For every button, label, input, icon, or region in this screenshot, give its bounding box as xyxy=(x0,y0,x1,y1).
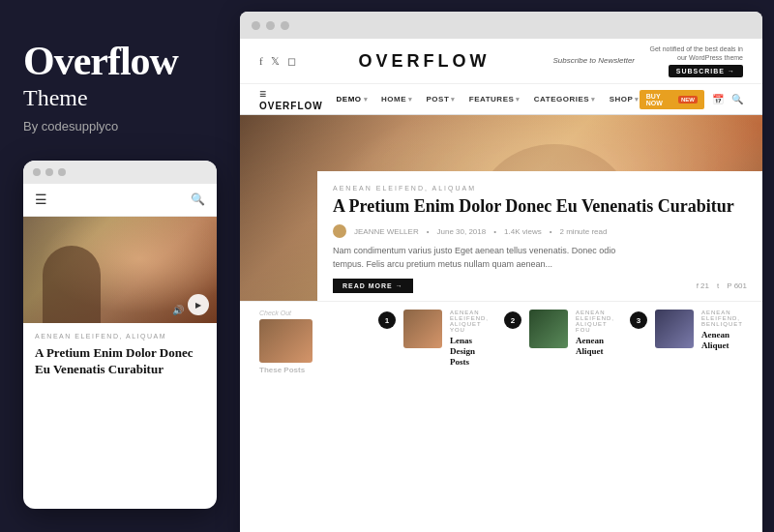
nav-item-demo[interactable]: DEMO▾ xyxy=(337,95,369,103)
thumb-image-1 xyxy=(259,319,313,363)
thumb-image-3 xyxy=(529,310,568,348)
chevron-down-icon: ▾ xyxy=(408,96,413,103)
mobile-dot-3 xyxy=(58,168,66,176)
browser-content: f 𝕏 ◻ OVERFLOW Subscribe to Newsletter G… xyxy=(240,39,762,532)
author-avatar xyxy=(333,224,346,238)
buy-now-button[interactable]: BUY NOW NEW xyxy=(640,90,704,109)
get-notified-text: Get notified of the best deals in our Wo… xyxy=(646,44,743,62)
chevron-down-icon: ▾ xyxy=(364,96,369,103)
thumb-category-2: AENEAN ELEIFEND, ALIQUET FOU xyxy=(576,310,614,333)
facebook-icon[interactable]: f xyxy=(259,55,263,67)
mobile-play-button[interactable]: ▶ xyxy=(188,294,209,315)
thumb-title-1: Lenas Design Posts xyxy=(450,336,489,367)
nav-item-shop[interactable]: SHOP▾ xyxy=(610,95,640,103)
article-views: 1.4K views xyxy=(504,227,542,236)
thumb-text-1: AENEAN ELEIFEND, ALIQUET YOU Lenas Desig… xyxy=(450,310,489,367)
desktop-top-bar: f 𝕏 ◻ OVERFLOW Subscribe to Newsletter G… xyxy=(240,39,762,84)
thumb-title-3: Aenean Aliquet xyxy=(701,330,743,351)
mobile-title-bar xyxy=(23,161,217,184)
chevron-down-icon: ▾ xyxy=(516,96,521,103)
thumb-title-2: Aenean Aliquet xyxy=(576,336,614,357)
thumb-number-1: 1 xyxy=(378,311,396,329)
twitter-share[interactable]: t xyxy=(717,281,719,290)
thumb-image-2 xyxy=(403,310,442,348)
article-footer: READ MORE → f 21 t P 601 xyxy=(333,279,747,293)
thumb-number-3: 3 xyxy=(630,311,647,329)
social-icons: f 𝕏 ◻ xyxy=(259,55,296,68)
article-social: f 21 t P 601 xyxy=(697,281,747,290)
article-card: AENEAN ELEIFEND, ALIQUAM A Pretium Enim … xyxy=(317,171,762,302)
calendar-icon[interactable]: 📅 xyxy=(712,94,724,104)
thumb-item-featured: Check Out These Posts xyxy=(259,310,363,375)
browser-dot-3 xyxy=(281,21,289,30)
article-meta: JEANNE WELLER • June 30, 2018 • 1.4K vie… xyxy=(333,224,747,238)
thumb-text-3: AENEAN ELEIFEND, BENLIQUET Aenean Alique… xyxy=(701,310,743,351)
mobile-article-title: A Pretium Enim Dolor Donec Eu Venenatis … xyxy=(35,345,205,378)
bottom-thumbnail-strip: Check Out These Posts 1 AENEAN ELEIFEND,… xyxy=(240,301,762,383)
article-excerpt: Nam condimentum varius justo Eget aenean… xyxy=(333,245,642,271)
thumb-item-2: 2 AENEAN ELEIFEND, ALIQUET FOU Aenean Al… xyxy=(504,310,614,357)
thumb-check-title: These Posts xyxy=(259,366,317,375)
article-date: June 30, 2018 xyxy=(437,227,487,236)
read-more-button[interactable]: READ MORE → xyxy=(333,279,413,293)
fb-share[interactable]: f 21 xyxy=(697,281,709,290)
thumb-category-1: AENEAN ELEIFEND, ALIQUET YOU xyxy=(450,310,489,333)
browser-dot-2 xyxy=(266,21,275,30)
chevron-down-icon: ▾ xyxy=(591,96,596,103)
hamburger-icon[interactable]: ☰ xyxy=(35,192,47,208)
mobile-card-content: AENEAN ELEIFEND, ALIQUAM A Pretium Enim … xyxy=(23,323,217,388)
mobile-volume-icon: 🔊 xyxy=(172,305,184,315)
nav-item-post[interactable]: POST▾ xyxy=(427,95,456,103)
right-panel: f 𝕏 ◻ OVERFLOW Subscribe to Newsletter G… xyxy=(240,12,762,532)
article-title: A Pretium Enim Dolor Donec Eu Venenatis … xyxy=(333,196,747,218)
subscribe-text: Subscribe to Newsletter xyxy=(553,56,635,66)
buy-badge: NEW xyxy=(678,96,698,103)
search-icon[interactable]: 🔍 xyxy=(731,94,743,104)
browser-dot-1 xyxy=(252,21,260,30)
desktop-brand: OVERFLOW xyxy=(296,51,553,72)
article-category: AENEAN ELEIFEND, ALIQUAM xyxy=(333,185,747,192)
thumb-text-2: AENEAN ELEIFEND, ALIQUET FOU Aenean Aliq… xyxy=(576,310,614,357)
mobile-nav-title: OVERFLOW xyxy=(77,193,160,207)
instagram-icon[interactable]: ◻ xyxy=(287,55,296,68)
hero-area: AENEAN ELEIFEND, ALIQUAM A Pretium Enim … xyxy=(240,115,762,301)
nav-item-home[interactable]: HOME▾ xyxy=(381,95,413,103)
browser-title-bar xyxy=(240,12,762,39)
left-panel: Overflow Theme By codesupplyco ☰ OVERFLO… xyxy=(0,0,240,532)
mobile-dot-1 xyxy=(33,168,41,176)
thumb-number-2: 2 xyxy=(504,311,521,329)
main-content: AENEAN ELEIFEND, ALIQUAM A Pretium Enim … xyxy=(240,115,762,383)
thumb-item-1: 1 AENEAN ELEIFEND, ALIQUET YOU Lenas Des… xyxy=(378,310,489,367)
mobile-preview: ☰ OVERFLOW 🔍 🔊 ▶ AENEAN ELEIFEND, ALIQUA… xyxy=(23,161,217,509)
nav-item-features[interactable]: FEATURES▾ xyxy=(469,95,521,103)
thumb-category-3: AENEAN ELEIFEND, BENLIQUET xyxy=(701,310,743,327)
author-name: JEANNE WELLER xyxy=(354,227,419,236)
mobile-nav: ☰ OVERFLOW 🔍 xyxy=(23,184,217,217)
mobile-article-category: AENEAN ELEIFEND, ALIQUAM xyxy=(35,333,205,340)
brand-by: By codesupplyco xyxy=(23,119,217,133)
mobile-search-icon[interactable]: 🔍 xyxy=(191,192,205,207)
nav-items: DEMO▾ HOME▾ POST▾ FEATURES▾ CATEGORIES▾ … xyxy=(337,95,640,103)
nav-right: BUY NOW NEW 📅 🔍 xyxy=(640,90,743,109)
brand-subtitle: Theme xyxy=(23,85,217,111)
mobile-dot-2 xyxy=(45,168,53,176)
brand-title: Overflow xyxy=(23,39,217,83)
nav-logo: OVERFLOW xyxy=(259,87,337,111)
thumb-item-3: 3 AENEAN ELEIFEND, BENLIQUET Aenean Aliq… xyxy=(630,310,743,351)
thumb-label: Check Out xyxy=(259,310,317,316)
nav-item-categories[interactable]: CATEGORIES▾ xyxy=(534,95,596,103)
subscribe-button[interactable]: SUBSCRIBE → xyxy=(669,65,743,77)
desktop-nav: OVERFLOW DEMO▾ HOME▾ POST▾ FEATURES▾ CAT… xyxy=(240,84,762,115)
mobile-hero-image: 🔊 ▶ xyxy=(23,217,217,323)
article-read-time: 2 minute read xyxy=(560,227,608,236)
twitter-icon[interactable]: 𝕏 xyxy=(271,55,280,68)
pin-share[interactable]: P 601 xyxy=(727,281,747,290)
chevron-down-icon: ▾ xyxy=(451,96,456,103)
thumb-image-4 xyxy=(655,310,694,348)
